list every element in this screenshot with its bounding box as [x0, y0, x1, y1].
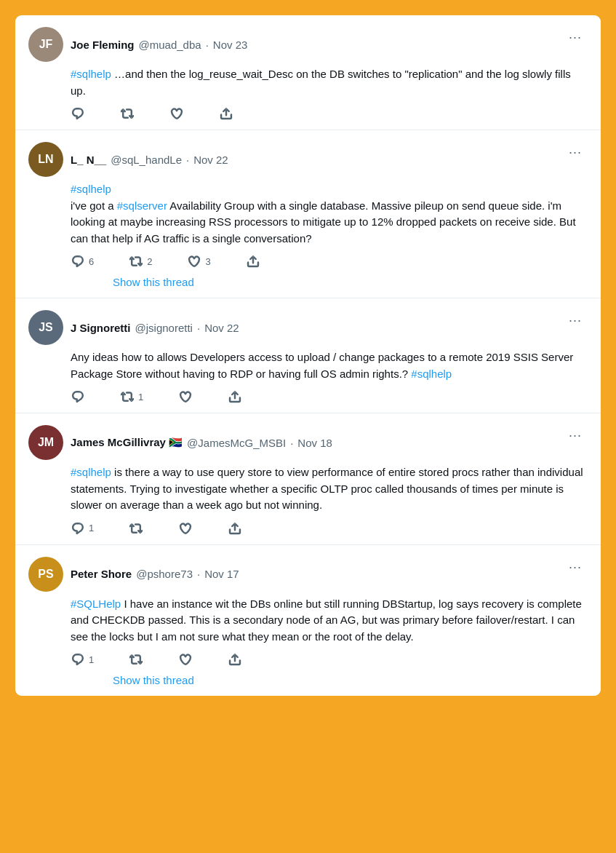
user-handle[interactable]: @jsignoretti — [135, 322, 193, 334]
user-name-row: James McGillivray 🇿🇦 @JamesMcG_MSBI · No… — [71, 436, 332, 449]
hashtag[interactable]: #sqlhelp — [71, 183, 111, 195]
dot-separator: · — [290, 437, 293, 449]
user-name[interactable]: Joe Fleming — [71, 39, 135, 51]
like-button[interactable] — [178, 389, 193, 404]
retweet-count: 1 — [138, 392, 143, 402]
user-name[interactable]: L_ N__ — [71, 154, 106, 166]
retweet-button[interactable] — [120, 106, 135, 121]
hashtag[interactable]: #sqlhelp — [71, 466, 111, 478]
like-icon — [178, 389, 193, 404]
dot-separator: · — [197, 568, 200, 580]
tweet-header: JM James McGillivray 🇿🇦 @JamesMcG_MSBI ·… — [28, 425, 588, 460]
share-icon — [228, 652, 242, 667]
user-info: Peter Shore @pshore73 · Nov 17 — [71, 568, 239, 580]
share-button[interactable] — [228, 652, 242, 667]
tweet-body: #SQLHelp I have an instance wit the DBs … — [71, 596, 588, 688]
user-info: James McGillivray 🇿🇦 @JamesMcG_MSBI · No… — [71, 436, 332, 449]
retweet-count: 2 — [147, 256, 152, 267]
share-icon — [228, 521, 242, 536]
user-name[interactable]: James McGillivray 🇿🇦 — [71, 436, 183, 449]
hashtag[interactable]: #SQLHelp — [71, 598, 121, 610]
retweet-button[interactable] — [129, 652, 143, 667]
more-options-button[interactable]: ··· — [563, 310, 588, 331]
tweet-actions: 6 2 3 — [71, 254, 588, 269]
share-button[interactable] — [246, 254, 260, 269]
tweet-actions — [71, 106, 588, 121]
like-button[interactable] — [169, 106, 184, 121]
share-icon — [219, 106, 233, 121]
tweets-feed: JF Joe Fleming @muad_dba · Nov 23 ··· #s… — [15, 15, 601, 696]
retweet-icon — [129, 652, 143, 667]
share-button[interactable] — [228, 389, 242, 404]
user-name-row: J Signoretti @jsignoretti · Nov 22 — [71, 322, 239, 334]
avatar: JF — [28, 27, 63, 62]
tweet-header-left: JS J Signoretti @jsignoretti · Nov 22 — [28, 310, 239, 345]
show-thread-link[interactable]: Show this thread — [113, 276, 194, 288]
reply-button[interactable] — [71, 106, 85, 121]
tweet-date: Nov 23 — [213, 39, 248, 51]
reply-button[interactable]: 1 — [71, 521, 94, 536]
more-options-button[interactable]: ··· — [563, 557, 588, 578]
tweet-text: #sqlhelpi've got a #sqlserver Availabili… — [71, 181, 588, 247]
tweet-header-left: JF Joe Fleming @muad_dba · Nov 23 — [28, 27, 247, 62]
retweet-icon — [129, 254, 143, 269]
user-name-row: L_ N__ @sqL_handLe · Nov 22 — [71, 154, 228, 166]
like-icon — [178, 521, 193, 536]
reply-count: 1 — [89, 654, 94, 665]
tweet-item-2: LN L_ N__ @sqL_handLe · Nov 22 ··· #sqlh… — [15, 130, 601, 298]
user-handle[interactable]: @JamesMcG_MSBI — [187, 437, 286, 449]
retweet-button[interactable]: 2 — [129, 254, 152, 269]
like-button[interactable] — [178, 652, 193, 667]
dot-separator: · — [206, 39, 209, 51]
reply-button[interactable]: 6 — [71, 254, 94, 269]
more-options-button[interactable]: ··· — [563, 27, 588, 48]
tweet-item-4: JM James McGillivray 🇿🇦 @JamesMcG_MSBI ·… — [15, 413, 601, 545]
avatar: JM — [28, 425, 63, 460]
tweet-item-1: JF Joe Fleming @muad_dba · Nov 23 ··· #s… — [15, 15, 601, 130]
tweet-header: JF Joe Fleming @muad_dba · Nov 23 ··· — [28, 27, 588, 62]
user-handle[interactable]: @muad_dba — [139, 39, 201, 51]
tweet-text: #sqlhelp is there a way to use query sto… — [71, 464, 588, 514]
reply-icon — [71, 652, 85, 667]
retweet-icon — [120, 389, 135, 404]
tweet-body: #sqlhelp …and then the log_reuse_wait_De… — [71, 66, 588, 121]
more-options-button[interactable]: ··· — [563, 142, 588, 163]
tweet-header-left: LN L_ N__ @sqL_handLe · Nov 22 — [28, 142, 228, 177]
user-name[interactable]: Peter Shore — [71, 568, 132, 580]
tweet-text: #SQLHelp I have an instance wit the DBs … — [71, 596, 588, 646]
tweet-date: Nov 22 — [193, 154, 228, 166]
retweet-button[interactable]: 1 — [120, 389, 143, 404]
tweet-date: Nov 22 — [204, 322, 239, 334]
more-options-button[interactable]: ··· — [563, 425, 588, 446]
hashtag[interactable]: #sqlhelp — [411, 368, 452, 380]
dot-separator: · — [197, 322, 200, 334]
retweet-icon — [120, 106, 135, 121]
reply-button[interactable]: 1 — [71, 652, 94, 667]
reply-icon — [71, 521, 85, 536]
like-button[interactable] — [178, 521, 193, 536]
avatar: PS — [28, 557, 63, 592]
avatar: LN — [28, 142, 63, 177]
reply-count: 1 — [89, 523, 94, 533]
retweet-button[interactable] — [129, 521, 143, 536]
share-button[interactable] — [228, 521, 242, 536]
user-name[interactable]: J Signoretti — [71, 322, 131, 334]
reply-count: 6 — [89, 256, 94, 267]
like-button[interactable]: 3 — [187, 254, 210, 269]
tweet-body: #sqlhelpi've got a #sqlserver Availabili… — [71, 181, 588, 289]
user-handle[interactable]: @pshore73 — [136, 568, 193, 580]
hashtag[interactable]: #sqlhelp — [71, 68, 111, 80]
tweet-text: #sqlhelp …and then the log_reuse_wait_De… — [71, 66, 588, 99]
reply-icon — [71, 389, 85, 404]
like-icon — [178, 652, 193, 667]
share-button[interactable] — [219, 106, 233, 121]
share-icon — [228, 389, 242, 404]
hashtag[interactable]: #sqlserver — [117, 199, 167, 212]
user-handle[interactable]: @sqL_handLe — [111, 154, 182, 166]
like-count: 3 — [205, 256, 210, 267]
tweet-actions: 1 — [71, 652, 588, 667]
reply-button[interactable] — [71, 389, 85, 404]
show-thread-link[interactable]: Show this thread — [113, 674, 194, 686]
share-icon — [246, 254, 260, 269]
tweet-header: LN L_ N__ @sqL_handLe · Nov 22 ··· — [28, 142, 588, 177]
